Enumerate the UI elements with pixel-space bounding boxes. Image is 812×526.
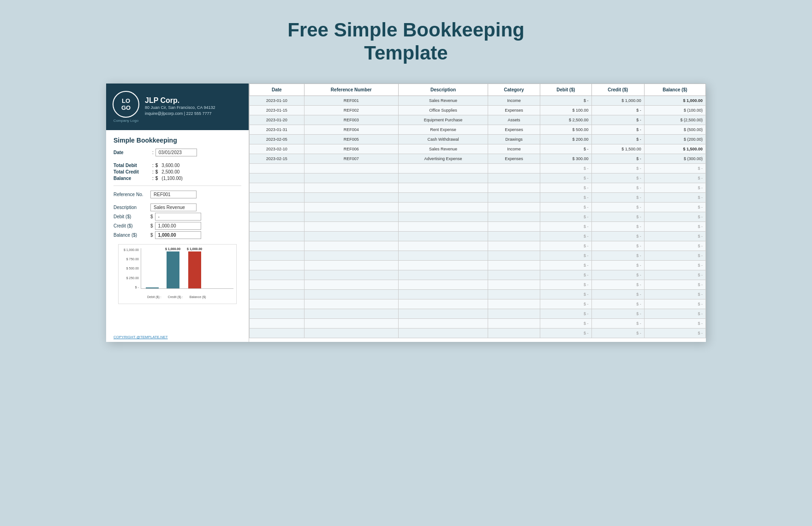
cell-desc: Equipment Purchase [399, 115, 488, 125]
chart-bars: $ 1,000.00 $ 1,000.00 [141, 248, 233, 289]
cell-date: 2023-02-10 [250, 144, 304, 154]
balance-value: (1,100.00) [161, 176, 183, 181]
table-row: 2023-01-10 REF001 Sales Revenue Income $… [250, 96, 706, 105]
balance-label: Balance [113, 176, 150, 181]
bar-credit: $ 1,000.00 [165, 247, 180, 288]
cell-desc: Office Supplies [399, 105, 488, 115]
table-row-empty: $ - $ - $ - [250, 328, 706, 338]
bookkeeping-table: Date Reference Number Description Catego… [249, 84, 706, 338]
col-ref: Reference Number [304, 84, 399, 96]
section-title: Simple Bookkeeping [113, 137, 241, 144]
table-row: 2023-01-20 REF003 Equipment Purchase Ass… [250, 115, 706, 125]
cell-date: 2023-01-10 [250, 96, 304, 105]
table-row-empty: $ - $ - $ - [250, 309, 706, 318]
summary-section: Total Debit : $ 3,600.00 Total Credit : … [113, 163, 241, 181]
page-title: Free Simple Bookkeeping Template [287, 18, 524, 65]
ref-no-value: REF001 [150, 191, 197, 198]
cell-ref: REF002 [304, 105, 399, 115]
date-row: Date : 03/01/2023 [113, 149, 241, 156]
debit-label: Debit ($) [113, 214, 150, 219]
ref-no-row: Reference No. REF001 [113, 191, 241, 198]
cell-desc: Rent Expense [399, 125, 488, 134]
balance-detail-row: Balance ($) $ 1,000.00 [113, 231, 241, 239]
cell-credit: $ - [591, 154, 644, 163]
date-label: Date [113, 150, 150, 155]
cell-desc: Sales Revenue [399, 96, 488, 105]
cell-balance: $ (500.00) [644, 125, 705, 134]
copyright: COPYRIGHT @TEMPLATE.NET [106, 332, 249, 342]
cell-cat: Income [488, 96, 540, 105]
cell-balance: $ (2,500.00) [644, 115, 705, 125]
cell-debit: $ 2,500.00 [540, 115, 591, 125]
balance-row: Balance : $ (1,100.00) [113, 176, 241, 181]
total-debit-label: Total Debit [113, 163, 150, 168]
right-panel: Date Reference Number Description Catego… [249, 84, 706, 342]
col-date: Date [250, 84, 304, 96]
table-row-empty: $ - $ - $ - [250, 260, 706, 270]
debit-detail-row: Debit ($) $ - [113, 213, 241, 221]
cell-ref: REF007 [304, 154, 399, 163]
table-row-empty: $ - $ - $ - [250, 289, 706, 299]
col-cat: Category [488, 84, 540, 96]
table-row-empty: $ - $ - $ - [250, 280, 706, 289]
company-address: 80 Juan Cir, San Francisco, CA 94132 [145, 105, 215, 111]
table-row-empty: $ - $ - $ - [250, 183, 706, 192]
chart-y-axis: $ 1,000.00 $ 750.00 $ 500.00 $ 250.00 $ … [121, 248, 141, 289]
date-value: 03/01/2023 [155, 149, 197, 156]
bar-credit-visual [167, 251, 179, 288]
table-row: 2023-01-15 REF002 Office Supplies Expens… [250, 105, 706, 115]
cell-ref: REF004 [304, 125, 399, 134]
detail-section: Reference No. REF001 Description Sales R… [113, 191, 241, 239]
balance-detail-label: Balance ($) [113, 233, 150, 238]
cell-balance: $ (300.00) [644, 154, 705, 163]
company-header: LO GO Company Logo JLP Corp. 80 Juan Cir… [106, 84, 249, 130]
cell-balance: $ 1,500.00 [644, 144, 705, 154]
cell-cat: Drawings [488, 134, 540, 144]
cell-debit: $ 500.00 [540, 125, 591, 134]
table-row: 2023-02-10 REF006 Sales Revenue Income $… [250, 144, 706, 154]
cell-cat: Expenses [488, 105, 540, 115]
balance-detail-value: 1,000.00 [155, 231, 201, 239]
credit-label: Credit ($) [113, 223, 150, 228]
credit-value: 1,000.00 [155, 222, 201, 230]
table-row-empty: $ - $ - $ - [250, 251, 706, 260]
company-contact: inquire@jlpcorp.com | 222 555 7777 [145, 111, 215, 117]
left-content: Simple Bookkeeping Date : 03/01/2023 Tot… [106, 130, 249, 332]
cell-desc: Advertising Expense [399, 154, 488, 163]
bar-debit [146, 287, 159, 288]
bar-debit-visual [146, 287, 159, 288]
cell-date: 2023-01-20 [250, 115, 304, 125]
table-row-empty: $ - $ - $ - [250, 231, 706, 241]
table-row-empty: $ - $ - $ - [250, 173, 706, 183]
cell-date: 2023-01-15 [250, 105, 304, 115]
chart-body: $ 1,000.00 $ 750.00 $ 500.00 $ 250.00 $ … [121, 248, 233, 294]
table-row-empty: $ - $ - $ - [250, 318, 706, 328]
cell-credit: $ - [591, 115, 644, 125]
table-row-empty: $ - $ - $ - [250, 212, 706, 221]
table-row: 2023-02-15 REF007 Advertising Expense Ex… [250, 154, 706, 163]
total-credit-row: Total Credit : $ 2,500.00 [113, 169, 241, 174]
table-row-empty: $ - $ - $ - [250, 221, 706, 231]
total-debit-value: 3,600.00 [161, 163, 179, 168]
table-row: 2023-01-31 REF004 Rent Expense Expenses … [250, 125, 706, 134]
chart-area: $ 1,000.00 $ 750.00 $ 500.00 $ 250.00 $ … [113, 240, 241, 306]
cell-ref: REF001 [304, 96, 399, 105]
col-desc: Description [399, 84, 488, 96]
cell-credit: $ 1,500.00 [591, 144, 644, 154]
total-credit-label: Total Credit [113, 169, 150, 174]
left-panel: LO GO Company Logo JLP Corp. 80 Juan Cir… [106, 84, 249, 342]
total-credit-value: 2,500.00 [161, 169, 179, 174]
table-row-empty: $ - $ - $ - [250, 163, 706, 173]
company-name: JLP Corp. [145, 96, 215, 105]
table-row-empty: $ - $ - $ - [250, 192, 706, 202]
cell-cat: Assets [488, 115, 540, 125]
document-container: LO GO Company Logo JLP Corp. 80 Juan Cir… [106, 84, 706, 342]
cell-date: 2023-02-15 [250, 154, 304, 163]
cell-debit: $ - [540, 144, 591, 154]
cell-debit: $ 300.00 [540, 154, 591, 163]
cell-ref: REF006 [304, 144, 399, 154]
cell-ref: REF003 [304, 115, 399, 125]
cell-desc: Cash Withdrawal [399, 134, 488, 144]
cell-date: 2023-02-05 [250, 134, 304, 144]
chart-container: $ 1,000.00 $ 750.00 $ 500.00 $ 250.00 $ … [118, 244, 237, 304]
